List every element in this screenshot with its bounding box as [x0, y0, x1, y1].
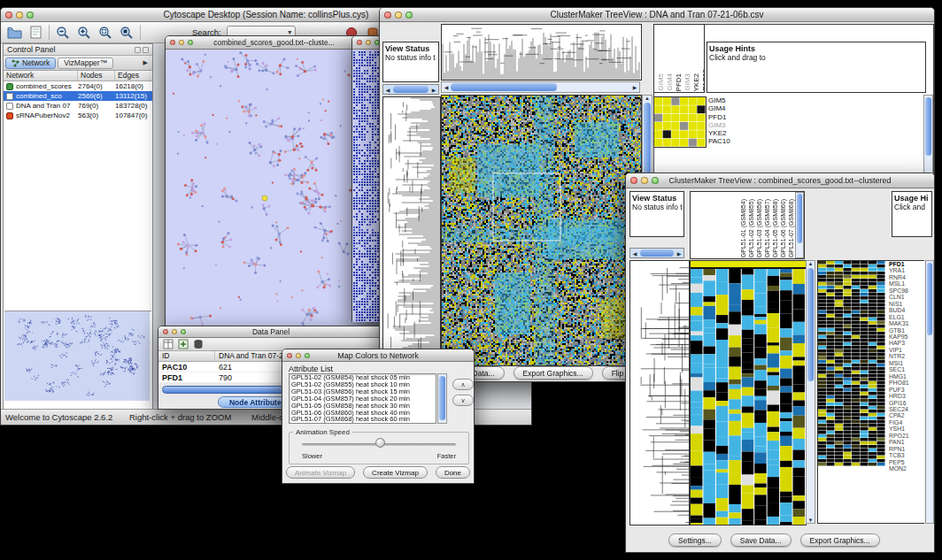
gene-label[interactable]: RPO21 — [889, 433, 924, 439]
gene-label[interactable]: PEP5 — [889, 459, 924, 465]
gene-label[interactable]: HAP3 — [889, 340, 924, 346]
zoom-window-icon[interactable] — [27, 12, 34, 19]
gene-label[interactable]: GTB1 — [889, 327, 924, 334]
scroll-up-icon[interactable]: ▲ — [807, 261, 815, 266]
zoom-window-icon[interactable] — [181, 329, 186, 334]
row-label[interactable]: GIM5 — [708, 96, 749, 104]
column-label[interactable]: GPL51-02 (GSM855) — [748, 199, 755, 257]
network-overview-thumbnail[interactable] — [4, 311, 150, 401]
panel-close-icon[interactable] — [143, 47, 149, 53]
gene-label[interactable]: PAN1 — [889, 439, 924, 445]
gene-label[interactable]: MSL1 — [889, 280, 924, 287]
tab-vizmapper[interactable]: VizMapper™ — [58, 58, 113, 69]
scroll-right-icon[interactable]: ▶ — [630, 84, 639, 90]
gene-label[interactable]: HRD3 — [889, 393, 924, 399]
zoom-in-icon[interactable] — [76, 25, 92, 41]
column-label[interactable]: GIM3 — [683, 73, 691, 91]
scroll-down-icon[interactable]: ▼ — [807, 518, 815, 523]
minimize-icon[interactable] — [296, 353, 301, 358]
scroll-up-icon[interactable]: ▲ — [643, 96, 652, 101]
gene-label[interactable]: PFD1 — [889, 261, 924, 267]
zoom-window-icon[interactable] — [188, 40, 193, 45]
attribute-list[interactable]: GPL51-02 (GSM854) heat shock 05 minGPL51… — [289, 373, 436, 424]
done-button[interactable]: Done — [436, 466, 470, 479]
h-scroll-thumb[interactable] — [451, 83, 557, 91]
gene-label[interactable]: NTR2 — [889, 353, 924, 359]
minimize-icon[interactable] — [395, 12, 402, 19]
column-label[interactable]: GPL51-07 (GSM868) — [788, 199, 795, 257]
zoom-fit-icon[interactable] — [119, 25, 135, 41]
gene-label[interactable]: RNR4 — [889, 274, 924, 280]
scroll-left-icon[interactable]: ◀ — [442, 84, 451, 90]
cluster-mini-heatmap[interactable] — [653, 96, 706, 148]
column-label[interactable]: PAC10 — [701, 69, 705, 91]
network-canvas[interactable] — [166, 50, 382, 327]
nav-thumb[interactable] — [393, 86, 429, 93]
save-data-button[interactable]: Save Data... — [730, 533, 791, 547]
column-label[interactable]: GIM4 — [666, 73, 674, 91]
settings-button[interactable]: Settings... — [668, 533, 722, 547]
treeview-dna-titlebar[interactable]: ClusterMaker TreeView : DNA and Tran 07-… — [380, 8, 934, 22]
gene-list-scrollbar[interactable] — [925, 260, 934, 524]
close-icon[interactable] — [170, 40, 175, 45]
attribute-database-icon[interactable] — [193, 339, 204, 349]
column-header-edges[interactable]: Edges — [115, 71, 152, 81]
minimize-icon[interactable] — [179, 40, 184, 45]
gene-label[interactable]: NIS1 — [889, 301, 924, 307]
row-label[interactable]: GIM4 — [708, 104, 749, 112]
gene-label[interactable]: TCB3 — [889, 452, 924, 458]
close-icon[interactable] — [5, 12, 12, 19]
row-label[interactable]: PFD1 — [708, 113, 749, 121]
gene-label[interactable]: CLN1 — [889, 294, 924, 300]
gene-label[interactable]: KAP95 — [889, 334, 924, 340]
minimize-icon[interactable] — [641, 177, 648, 184]
gene-label[interactable]: CPA2 — [889, 412, 924, 418]
zoom-window-icon[interactable] — [305, 353, 310, 358]
column-label[interactable]: GPL51-06 (GSM860) — [780, 199, 787, 257]
gene-label[interactable]: GPI16 — [889, 400, 924, 406]
column-label[interactable]: GPL51-05 (GSM858) — [772, 199, 779, 257]
data-panel-titlebar[interactable]: Data Panel — [158, 326, 383, 338]
network-list-row[interactable]: combined_scores2764(0)16218(0) — [4, 81, 152, 91]
nav-thumb[interactable] — [640, 249, 674, 257]
heatmap-canvas[interactable] — [690, 260, 807, 525]
zoom-window-icon[interactable] — [652, 177, 659, 184]
gene-label[interactable]: MSI1 — [889, 360, 924, 366]
slider-thumb[interactable] — [375, 438, 385, 448]
gene-label[interactable]: PHO81 — [889, 380, 924, 386]
column-label[interactable]: GIM5 — [657, 73, 665, 91]
column-label[interactable]: GPL51-03 (GSM856) — [756, 199, 763, 257]
network-list-row[interactable]: sRNAPuberNov2563(0)107847(0) — [4, 111, 152, 120]
attribute-create-icon[interactable] — [178, 339, 189, 349]
gene-label[interactable]: HMG1 — [889, 373, 924, 380]
attribute-list-scrollbar[interactable] — [437, 373, 447, 424]
gene-label[interactable]: FIG4 — [889, 419, 924, 426]
gene-label[interactable]: YSH1 — [889, 426, 924, 432]
gene-label[interactable]: YRA1 — [889, 267, 924, 273]
attribute-select-icon[interactable] — [163, 339, 174, 349]
treeview-combined-titlebar[interactable]: ClusterMaker TreeView : combined_scores_… — [626, 173, 934, 188]
row-dendrogram[interactable] — [382, 96, 441, 365]
panel-float-icon[interactable] — [135, 47, 141, 53]
zoom-heatmap-canvas[interactable] — [818, 261, 885, 466]
tab-network[interactable]: Network — [5, 58, 56, 69]
row-label[interactable]: PAC10 — [708, 137, 749, 145]
zoom-selected-icon[interactable] — [97, 25, 113, 41]
labels-v-scrollbar[interactable] — [795, 192, 804, 258]
zoom-out-icon[interactable] — [55, 25, 71, 41]
close-icon[interactable] — [384, 12, 391, 19]
scroll-left-icon[interactable]: ◀ — [383, 87, 392, 93]
close-icon[interactable] — [163, 329, 168, 334]
network-list-row[interactable]: combined_sco2569(6)13112(15) — [4, 91, 152, 101]
scroll-right-icon[interactable]: ▶ — [429, 87, 438, 93]
gene-label[interactable]: MON2 — [889, 465, 924, 472]
column-label[interactable]: GPL51-04 (GSM857) — [764, 199, 771, 257]
heatmap-canvas[interactable] — [441, 95, 642, 366]
scroll-left-icon[interactable]: ◀ — [630, 250, 639, 257]
move-down-button[interactable]: ∨ — [452, 395, 474, 406]
open-session-icon[interactable] — [6, 25, 22, 41]
export-graphics-button[interactable]: Export Graphics... — [800, 533, 880, 547]
column-header-id[interactable]: ID — [158, 351, 215, 361]
minimize-icon[interactable] — [16, 12, 23, 19]
close-icon[interactable] — [287, 353, 292, 358]
